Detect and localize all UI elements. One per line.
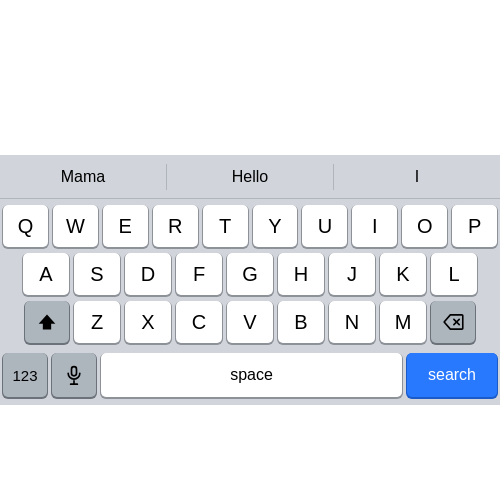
key-i[interactable]: I bbox=[352, 205, 397, 247]
key-o[interactable]: O bbox=[402, 205, 447, 247]
key-l[interactable]: L bbox=[431, 253, 477, 295]
key-rows: QWERTYUIOP ASDFGHJKL ZXCVBNM bbox=[0, 199, 500, 353]
key-k[interactable]: K bbox=[380, 253, 426, 295]
delete-icon bbox=[442, 314, 464, 330]
key-search[interactable]: search bbox=[407, 353, 497, 397]
bottom-row: 123 space search bbox=[0, 353, 500, 397]
key-p[interactable]: P bbox=[452, 205, 497, 247]
key-j[interactable]: J bbox=[329, 253, 375, 295]
key-d[interactable]: D bbox=[125, 253, 171, 295]
keyboard-wrapper: Mama Hello I QWERTYUIOP ASDFGHJKL ZXCVBN… bbox=[0, 155, 500, 405]
shift-icon bbox=[37, 312, 57, 332]
key-e[interactable]: E bbox=[103, 205, 148, 247]
key-row-1: QWERTYUIOP bbox=[3, 205, 497, 247]
predictive-item-1[interactable]: Hello bbox=[167, 155, 333, 198]
predictive-item-0[interactable]: Mama bbox=[0, 155, 166, 198]
predictive-item-2[interactable]: I bbox=[334, 155, 500, 198]
key-delete[interactable] bbox=[431, 301, 475, 343]
key-n[interactable]: N bbox=[329, 301, 375, 343]
key-space[interactable]: space bbox=[101, 353, 402, 397]
svg-marker-0 bbox=[39, 315, 56, 330]
key-v[interactable]: V bbox=[227, 301, 273, 343]
predictive-bar: Mama Hello I bbox=[0, 155, 500, 199]
key-h[interactable]: H bbox=[278, 253, 324, 295]
key-c[interactable]: C bbox=[176, 301, 222, 343]
key-s[interactable]: S bbox=[74, 253, 120, 295]
svg-rect-3 bbox=[72, 367, 77, 376]
key-f[interactable]: F bbox=[176, 253, 222, 295]
key-mic[interactable] bbox=[52, 353, 96, 397]
key-u[interactable]: U bbox=[302, 205, 347, 247]
top-area bbox=[0, 0, 500, 155]
key-row-3: ZXCVBNM bbox=[3, 301, 497, 343]
key-shift[interactable] bbox=[25, 301, 69, 343]
key-y[interactable]: Y bbox=[253, 205, 298, 247]
key-r[interactable]: R bbox=[153, 205, 198, 247]
key-g[interactable]: G bbox=[227, 253, 273, 295]
key-x[interactable]: X bbox=[125, 301, 171, 343]
key-q[interactable]: Q bbox=[3, 205, 48, 247]
key-row-2: ASDFGHJKL bbox=[3, 253, 497, 295]
key-b[interactable]: B bbox=[278, 301, 324, 343]
mic-icon bbox=[64, 365, 84, 385]
key-z[interactable]: Z bbox=[74, 301, 120, 343]
key-w[interactable]: W bbox=[53, 205, 98, 247]
key-t[interactable]: T bbox=[203, 205, 248, 247]
key-123[interactable]: 123 bbox=[3, 353, 47, 397]
key-a[interactable]: A bbox=[23, 253, 69, 295]
key-m[interactable]: M bbox=[380, 301, 426, 343]
